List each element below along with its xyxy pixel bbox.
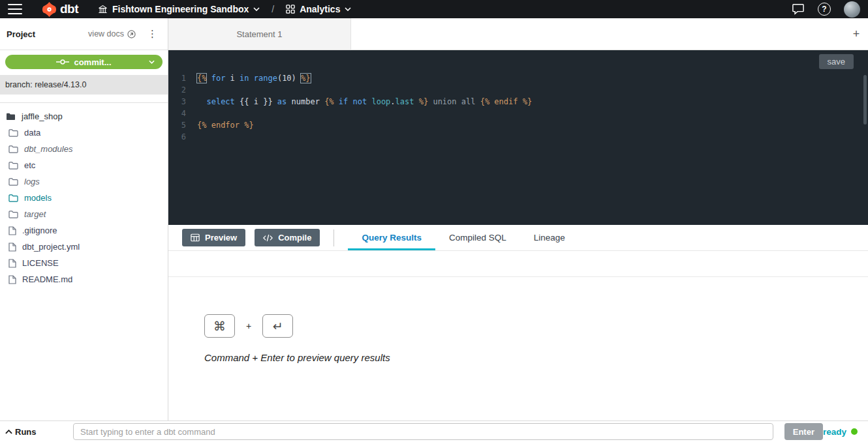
keyboard-hint: ⌘ + ↵: [204, 314, 868, 338]
chevron-down-icon: [149, 60, 155, 64]
dbt-command-input[interactable]: [73, 423, 773, 440]
tree-item-dbt-project-yml[interactable]: dbt_project.yml: [0, 239, 168, 255]
compile-label: Compile: [278, 233, 311, 243]
view-docs-link[interactable]: view docs: [88, 29, 136, 38]
breadcrumb-separator: /: [271, 4, 274, 14]
top-bar: dbt Fishtown Engineering Sandbox / Analy…: [0, 0, 868, 18]
account-switcher[interactable]: Fishtown Engineering Sandbox: [98, 4, 260, 14]
new-tab-button[interactable]: +: [845, 18, 868, 50]
view-docs-icon: [127, 30, 136, 38]
line-number: 4: [168, 108, 197, 119]
code-text: {% endfor %}: [197, 119, 254, 131]
line-number: 6: [168, 131, 197, 143]
code-text: select {{ i }} as number {% if not loop.…: [197, 96, 532, 108]
folder-icon: [8, 161, 18, 169]
code-editor[interactable]: save 1{% for i in range(10) %}23 select …: [168, 50, 868, 225]
view-docs-label: view docs: [88, 29, 124, 38]
line-number: 1: [168, 72, 197, 84]
tree-item-target[interactable]: target: [0, 206, 168, 222]
line-number: 2: [168, 84, 197, 96]
tree-item-license[interactable]: LICENSE: [0, 255, 168, 271]
runs-label: Runs: [15, 427, 37, 437]
tree-item-label: etc: [24, 160, 35, 170]
results-tabs: Query ResultsCompiled SQLLineage: [348, 225, 578, 250]
hamburger-menu-icon[interactable]: [8, 4, 22, 14]
account-name: Fishtown Engineering Sandbox: [112, 4, 249, 14]
tree-item-label: dbt_project.yml: [22, 242, 80, 252]
folder-icon: [8, 177, 18, 186]
tab-statement-1[interactable]: Statement 1: [168, 18, 351, 50]
code-line[interactable]: 5{% endfor %}: [168, 119, 868, 131]
runs-toggle[interactable]: Runs: [5, 427, 73, 437]
folder-icon: [8, 128, 18, 137]
sidebar-header: Project view docs ⋮: [0, 18, 168, 50]
tree-item-dbt-modules[interactable]: dbt_modules: [0, 141, 168, 157]
toolbar-divider: [333, 229, 334, 246]
file-icon: [8, 275, 16, 284]
project-name: Analytics: [300, 4, 340, 14]
tab-compiled-sql[interactable]: Compiled SQL: [435, 225, 520, 250]
file-icon: [8, 259, 16, 268]
folder-icon: [8, 210, 18, 218]
folder-icon: [8, 194, 18, 202]
tree-item-label: models: [24, 193, 52, 203]
chat-icon[interactable]: [792, 3, 805, 15]
compile-button[interactable]: Compile: [255, 229, 320, 246]
organization-icon: [98, 5, 108, 14]
line-number: 3: [168, 96, 197, 108]
tree-item-models[interactable]: models: [0, 190, 168, 206]
preview-button[interactable]: Preview: [182, 229, 245, 246]
dbt-cloud-ide: dbt Fishtown Engineering Sandbox / Analy…: [0, 0, 868, 442]
save-button[interactable]: save: [819, 54, 854, 69]
tree-item-label: README.md: [22, 274, 72, 284]
code-line[interactable]: 3 select {{ i }} as number {% if not loo…: [168, 96, 868, 108]
folder-icon: [8, 145, 18, 153]
code-line[interactable]: 4: [168, 108, 868, 119]
tree-item-data[interactable]: data: [0, 125, 168, 141]
tab-lineage[interactable]: Lineage: [520, 225, 579, 250]
editor-area: Statement 1 + save 1{% for i in range(10…: [168, 18, 868, 420]
tree-item-label: dbt_modules: [24, 144, 72, 154]
code-line[interactable]: 6: [168, 131, 868, 143]
command-key-icon: ⌘: [204, 314, 235, 338]
file-tree: jaffle_shopdatadbt_modulesetclogsmodelst…: [0, 102, 168, 287]
dbt-logo-icon: [42, 2, 57, 17]
git-commit-icon: [56, 58, 69, 66]
editor-toolbar: save: [168, 50, 868, 72]
avatar[interactable]: [844, 1, 860, 18]
tree-item-label: jaffle_shop: [22, 111, 63, 121]
tree-item-readme-md[interactable]: README.md: [0, 271, 168, 287]
project-switcher[interactable]: Analytics: [286, 4, 351, 14]
line-number: 5: [168, 119, 197, 131]
commit-button[interactable]: commit...: [5, 55, 163, 69]
tree-item-label: logs: [24, 177, 40, 186]
results-subbar: [168, 251, 868, 277]
status-label: ready: [823, 427, 846, 437]
enter-button[interactable]: Enter: [784, 423, 823, 440]
tree-item-jaffle-shop[interactable]: jaffle_shop: [0, 108, 168, 125]
enter-key-icon: ↵: [262, 314, 293, 338]
branch-indicator: branch: release/4.13.0: [0, 75, 168, 95]
tree-item-logs[interactable]: logs: [0, 173, 168, 190]
code-line[interactable]: 2: [168, 84, 868, 96]
help-icon[interactable]: ?: [818, 3, 831, 16]
status-dot: [851, 428, 858, 435]
results-panel: Preview Compile Query ResultsCompiled SQ…: [168, 225, 868, 420]
file-icon: [8, 226, 16, 235]
tab-query-results[interactable]: Query Results: [348, 225, 435, 250]
code-line[interactable]: 1{% for i in range(10) %}: [168, 72, 868, 84]
editor-scrollbar[interactable]: [863, 75, 867, 125]
code-icon: [263, 234, 273, 242]
commit-label: commit...: [74, 57, 111, 67]
file-icon: [8, 243, 16, 252]
tree-item-etc[interactable]: etc: [0, 157, 168, 173]
tree-item-gitignore[interactable]: .gitignore: [0, 222, 168, 239]
hint-text: Command + Enter to preview query results: [204, 352, 868, 363]
editor-tab-bar: Statement 1 +: [168, 18, 868, 50]
tree-item-label: .gitignore: [22, 226, 57, 235]
folder-icon: [6, 112, 16, 121]
status-indicator: ready: [823, 427, 858, 437]
project-panel-title: Project: [7, 29, 35, 39]
preview-label: Preview: [205, 233, 237, 243]
kebab-menu-icon[interactable]: ⋮: [147, 28, 157, 40]
